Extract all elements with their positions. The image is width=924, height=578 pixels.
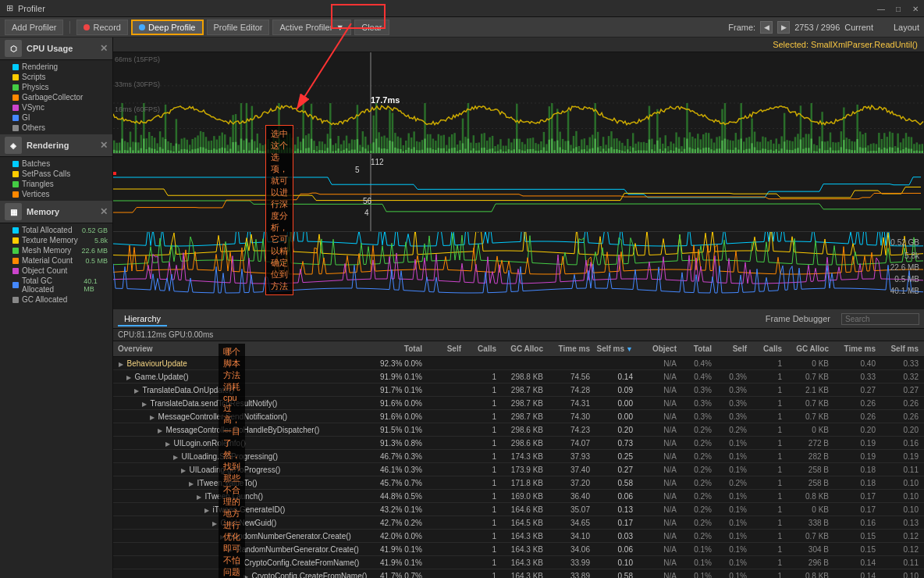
sidebar-item-texture-memory[interactable]: Texture Memory5.8k <box>0 235 112 245</box>
search-area <box>841 313 919 325</box>
mem-val5: 40.1 MB <box>890 287 919 295</box>
mem-val1: 0.52 GB <box>890 238 919 247</box>
cpu-chart[interactable]: 66ms (15FPS) 33ms (30FPS) 16ms (60FPS) 1… <box>113 52 924 154</box>
col-gcalloc[interactable]: GC Alloc <box>499 344 546 353</box>
col-gcalloc2[interactable]: GC Alloc <box>785 344 832 353</box>
toolbar: Add Profiler Record Deep Profile Profile… <box>0 17 924 37</box>
rendering-val4: 4 <box>364 209 369 217</box>
rendering-section-close[interactable]: ✕ <box>100 140 108 151</box>
col-object[interactable]: Object <box>641 344 680 353</box>
col-timems2[interactable]: Time ms <box>832 344 879 353</box>
sidebar-item-garbagecollector[interactable]: GarbageCollector <box>0 92 112 102</box>
col-calls2[interactable]: Calls <box>750 344 785 353</box>
table-row[interactable]: ▶ CryptoConfig.CreateFromName() 41.7% 0.… <box>113 569 924 578</box>
table-row[interactable]: ▶ MessageController.DoHandleByDispatcher… <box>113 423 924 437</box>
col-selfms2[interactable]: Self ms <box>879 344 922 353</box>
mem-val2: 5.8k <box>904 252 919 260</box>
right-panel: Selected: SmallXmlParser.ReadUntil() 66m… <box>113 37 924 578</box>
search-input[interactable] <box>841 313 919 325</box>
table-row[interactable]: ▶ ITween.Launch() 44.8% 0.5% 1 169.0 KB … <box>113 490 924 503</box>
mem-val4: 0.5 MB <box>894 275 919 284</box>
frame-info: Frame: ◀ ▶ 2753 / 2996 Current Layout <box>728 21 919 34</box>
active-profiler-arrow: ▼ <box>336 23 344 32</box>
table-body: ▶ BehaviourUpdate 92.3% 0.0% N/A 0.4% 1 … <box>113 357 924 578</box>
sidebar-item-total-allocated[interactable]: Total Allocated0.52 GB <box>0 225 112 235</box>
maximize-btn[interactable]: □ <box>890 0 907 17</box>
active-profiler-button[interactable]: Active Profiler ▼ <box>272 20 351 35</box>
table-row[interactable]: ▶ UILoading.SetProgressing() 46.7% 0.3% … <box>113 450 924 463</box>
hierarchy-tabs: Hierarchy Frame Debugger <box>113 310 924 329</box>
win-controls: — □ ✕ <box>872 0 924 17</box>
rendering-chart[interactable]: 5 56 112 4 <box>113 154 924 232</box>
rendering-section-header: ◈ Rendering ✕ <box>0 134 112 157</box>
hier-info-bar: CPU:81.12ms GPU:0.00ms <box>113 329 924 341</box>
sidebar-item-object-count[interactable]: Object Count <box>0 266 112 276</box>
frame-prev-btn[interactable]: ◀ <box>760 21 773 34</box>
rendering-val2: 56 <box>363 197 371 205</box>
col-total2[interactable]: Total <box>680 344 715 353</box>
sidebar-item-mesh-memory[interactable]: Mesh Memory22.6 MB <box>0 245 112 255</box>
sidebar-item-gc-allocated[interactable]: GC Allocated <box>0 294 112 305</box>
table-row[interactable]: ▶ RandomNumberGenerator.Create() 41.9% 0… <box>113 543 924 556</box>
cpu-section-close[interactable]: ✕ <box>100 43 108 54</box>
table-row[interactable]: ▶ MessageController.SendNotification() 9… <box>113 410 924 423</box>
sidebar-item-total-gc-allocated[interactable]: Total GC Allocated40.1 MB <box>0 276 112 294</box>
table-row[interactable]: ▶ Game.Update() 91.9% 0.1% 1 298.8 KB 74… <box>113 370 924 384</box>
sidebar-item-triangles[interactable]: Triangles <box>0 179 112 189</box>
cpu-icon: ⬡ <box>5 40 22 57</box>
sidebar-item-rendering[interactable]: Rendering <box>0 62 112 72</box>
sidebar-item-vsync[interactable]: VSync <box>0 102 112 112</box>
table-row[interactable]: ▶ Guid.NewGuid() 42.7% 0.2% 1 164.5 KB 3… <box>113 516 924 530</box>
table-row[interactable]: ▶ BehaviourUpdate 92.3% 0.0% N/A 0.4% 1 … <box>113 357 924 370</box>
sidebar-item-scripts[interactable]: Scripts <box>0 72 112 82</box>
table-row[interactable]: ▶ ITween.ValueTo() 45.7% 0.7% 1 171.8 KB… <box>113 476 924 490</box>
charts-container: 66ms (15FPS) 33ms (30FPS) 16ms (60FPS) 1… <box>113 52 924 310</box>
col-self[interactable]: Self <box>425 344 464 353</box>
sidebar-item-batches[interactable]: Batches <box>0 159 112 169</box>
memory-icon: ▦ <box>5 203 22 220</box>
record-button[interactable]: Record <box>76 20 127 35</box>
table-row[interactable]: ▶ TranslateData.sendTcpResultNotify() 91… <box>113 397 924 410</box>
title-bar: ⊞ Profiler — □ ✕ <box>0 0 924 17</box>
deep-profile-button[interactable]: Deep Profile <box>131 20 204 35</box>
layout-label: Layout <box>894 23 919 32</box>
rendering-val3: 112 <box>371 158 384 166</box>
mem-val3: 22.6 MB <box>890 263 919 272</box>
sidebar-item-setpass-calls[interactable]: SetPass Calls <box>0 169 112 179</box>
table-row[interactable]: ▶ UILogin.onRoleInfo() 91.3% 0.8% 1 298.… <box>113 437 924 450</box>
main-container: ⬡ CPU Usage ✕ RenderingScriptsPhysicsGar… <box>0 37 924 578</box>
left-panel: ⬡ CPU Usage ✕ RenderingScriptsPhysicsGar… <box>0 37 113 578</box>
tab-hierarchy[interactable]: Hierarchy <box>118 312 167 326</box>
profile-editor-button[interactable]: Profile Editor <box>207 20 270 35</box>
cpu-value: 17.7ms <box>371 95 400 105</box>
window-title: Profiler <box>18 4 45 13</box>
frame-next-btn[interactable]: ▶ <box>777 21 790 34</box>
sidebar-item-others[interactable]: Others <box>0 123 112 133</box>
add-profiler-button[interactable]: Add Profiler <box>5 20 63 35</box>
minimize-btn[interactable]: — <box>872 0 890 17</box>
col-self2[interactable]: Self <box>715 344 750 353</box>
cpu-fps-16: 16ms (60FPS) <box>115 105 160 113</box>
col-total[interactable]: Total <box>378 344 425 353</box>
table-row[interactable]: ▶ CryptoConfig.CreateFromName() 41.9% 0.… <box>113 556 924 569</box>
hier-table[interactable]: Overview Total Self Calls GC Alloc Time … <box>113 341 924 578</box>
sidebar-item-physics[interactable]: Physics <box>0 82 112 92</box>
memory-chart[interactable]: 0.52 GB 5.8k 22.6 MB 0.5 MB 40.1 MB <box>113 232 924 310</box>
memory-section-close[interactable]: ✕ <box>100 206 108 217</box>
cpu-fps-33: 33ms (30FPS) <box>115 80 160 88</box>
table-row[interactable]: ▶ UILoading.goToProgress() 46.1% 0.3% 1 … <box>113 463 924 476</box>
col-calls[interactable]: Calls <box>464 344 499 353</box>
sidebar-item-vertices[interactable]: Vertices <box>0 189 112 199</box>
record-dot <box>84 24 90 30</box>
table-row[interactable]: ▶ iTween.GenerateID() 43.2% 0.1% 1 164.6… <box>113 503 924 516</box>
clear-button[interactable]: Clear <box>354 20 389 35</box>
table-row[interactable]: ▶ RandomNumberGenerator.Create() 42.0% 0… <box>113 530 924 543</box>
deep-profile-dot <box>139 24 145 30</box>
col-timems[interactable]: Time ms <box>546 344 593 353</box>
sidebar-item-gi[interactable]: GI <box>0 112 112 123</box>
close-btn[interactable]: ✕ <box>907 0 924 17</box>
table-row[interactable]: ▶ TranslateData.OnUpdate() 91.7% 0.1% 1 … <box>113 384 924 397</box>
col-selfms[interactable]: Self ms ▼ <box>593 344 636 353</box>
tab-frame-debugger[interactable]: Frame Debugger <box>759 312 837 326</box>
sidebar-item-material-count[interactable]: Material Count0.5 MB <box>0 255 112 266</box>
